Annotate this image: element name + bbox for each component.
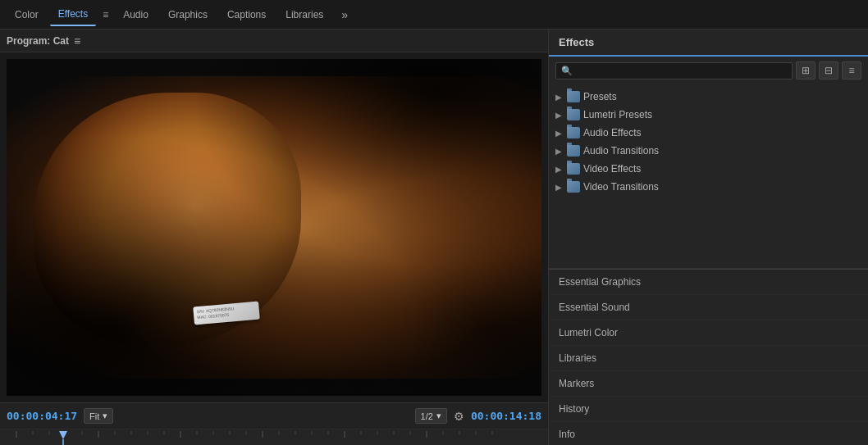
tree-label-video-transitions: Video Transitions	[583, 181, 659, 193]
timeline-scrubber[interactable]	[0, 429, 548, 445]
effects-search-area: 🔍 ⊞ ⊟ ≡	[549, 57, 868, 84]
settings-icon[interactable]: ⚙	[454, 410, 464, 423]
nav-graphics[interactable]: Graphics	[160, 4, 216, 25]
view-btn-2[interactable]: ⊟	[819, 61, 838, 79]
panel-item-history[interactable]: History	[549, 397, 868, 422]
top-nav: Color Effects ≡ Audio Graphics Captions …	[0, 0, 868, 30]
nav-effects[interactable]: Effects	[50, 3, 96, 26]
chevron-icon: ▶	[555, 183, 564, 192]
search-icon: 🔍	[561, 66, 573, 76]
tree-item-lumetri-presets[interactable]: ▶ Lumetri Presets	[549, 106, 868, 124]
chevron-icon: ▶	[555, 165, 564, 174]
nav-color[interactable]: Color	[7, 4, 47, 25]
tree-item-audio-effects[interactable]: ▶ Audio Effects	[549, 124, 868, 142]
tree-label-audio-effects: Audio Effects	[583, 127, 642, 138]
panel-item-lumetri-color[interactable]: Lumetri Color	[549, 320, 868, 346]
nav-libraries[interactable]: Libraries	[277, 4, 331, 25]
search-input[interactable]	[576, 66, 787, 75]
tree-label-presets: Presets	[583, 91, 617, 102]
duration-timecode: 00:00:14:18	[471, 410, 541, 422]
cat-dark-overlay	[7, 59, 541, 396]
folder-icon	[567, 91, 580, 102]
chevron-icon: ▶	[555, 129, 564, 138]
program-header: Program: Cat ≡	[0, 30, 548, 52]
nav-overflow-button[interactable]: »	[335, 5, 354, 25]
scrubber-track[interactable]	[0, 429, 548, 445]
cat-scene: S/N: XQ782N83N5U MAC: 001970075	[7, 59, 541, 396]
chevron-icon: ▶	[555, 147, 564, 156]
view-btn-1[interactable]: ⊞	[796, 61, 815, 79]
folder-icon	[567, 145, 580, 157]
view-btn-3[interactable]: ≡	[842, 61, 861, 79]
effects-tree: ▶ Presets ▶ Lumetri Presets ▶ Audio Effe…	[549, 84, 868, 269]
tree-item-presets[interactable]: ▶ Presets	[549, 88, 868, 106]
panel-item-info[interactable]: Info	[549, 422, 868, 446]
folder-icon	[567, 127, 580, 138]
video-container: S/N: XQ782N83N5U MAC: 001970075	[7, 59, 541, 396]
svg-marker-30	[59, 431, 67, 439]
video-preview: S/N: XQ782N83N5U MAC: 001970075	[7, 59, 541, 396]
panel-item-essential-graphics[interactable]: Essential Graphics	[549, 269, 868, 295]
folder-icon	[567, 109, 580, 120]
right-panel: Effects 🔍 ⊞ ⊟ ≡ ▶ Presets ▶ Lumetri Pres…	[548, 30, 868, 445]
nav-audio[interactable]: Audio	[115, 4, 157, 25]
tree-item-video-transitions[interactable]: ▶ Video Transitions	[549, 178, 868, 196]
effects-settings-icon[interactable]: ≡	[99, 6, 112, 24]
resolution-dropdown[interactable]: 1/2 ▾	[415, 408, 447, 424]
panel-item-libraries[interactable]: Libraries	[549, 346, 868, 371]
fit-dropdown[interactable]: Fit ▾	[84, 408, 113, 424]
folder-icon	[567, 163, 580, 175]
tree-item-audio-transitions[interactable]: ▶ Audio Transitions	[549, 142, 868, 160]
panel-item-markers[interactable]: Markers	[549, 371, 868, 397]
main-area: Program: Cat ≡ S/N: XQ782N83N5U MAC: 001…	[0, 30, 868, 445]
tree-label-audio-transitions: Audio Transitions	[583, 145, 659, 157]
chevron-icon: ▶	[555, 93, 564, 102]
tree-label-lumetri-presets: Lumetri Presets	[583, 109, 652, 120]
nav-captions[interactable]: Captions	[219, 4, 274, 25]
timeline-controls: 00:00:04:17 Fit ▾ 1/2 ▾ ⚙ 00:00:14:18	[0, 402, 548, 429]
program-title: Program: Cat	[7, 35, 69, 47]
search-box[interactable]: 🔍	[555, 62, 793, 79]
tree-label-video-effects: Video Effects	[583, 163, 641, 175]
remote-text: S/N: XQ782N83N5U MAC: 001970075	[197, 306, 235, 320]
chevron-icon: ▶	[555, 111, 564, 120]
panel-item-essential-sound[interactable]: Essential Sound	[549, 295, 868, 320]
effects-header: Effects	[549, 30, 868, 57]
panel-list: Essential Graphics Essential Sound Lumet…	[549, 269, 868, 446]
effects-title: Effects	[559, 36, 594, 48]
current-timecode: 00:00:04:17	[7, 410, 77, 422]
program-menu-icon[interactable]: ≡	[74, 34, 80, 48]
folder-icon	[567, 181, 580, 193]
left-panel: Program: Cat ≡ S/N: XQ782N83N5U MAC: 001…	[0, 30, 548, 445]
tree-item-video-effects[interactable]: ▶ Video Effects	[549, 160, 868, 178]
